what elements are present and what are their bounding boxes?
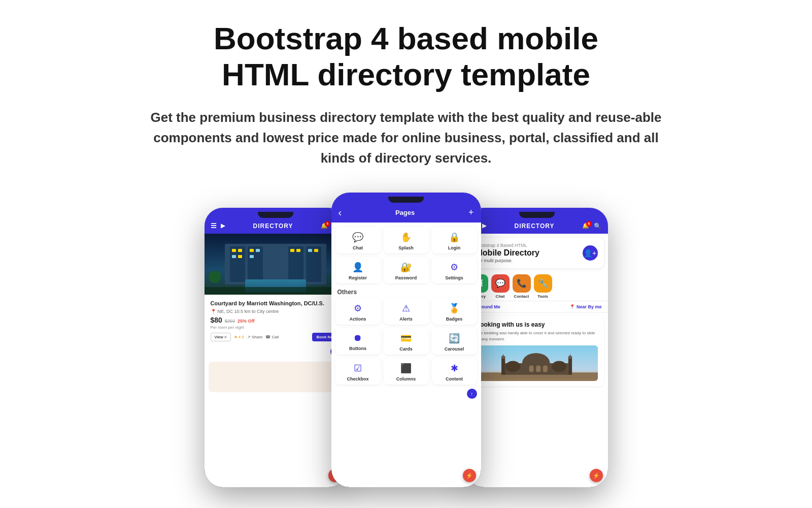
checkbox-page-icon: ☑ bbox=[354, 363, 362, 374]
hotel-location: 📍 NE, DC 10.5 km to City centre bbox=[211, 309, 341, 314]
phone-right-screen: ☰ ▶ DIRECTORY 🔔5 🔍 Bootst bbox=[466, 208, 608, 487]
tools-icon-circle: 🔧 bbox=[534, 274, 552, 293]
add-icon-center[interactable]: + bbox=[468, 207, 474, 218]
page-item-checkbox[interactable]: ☑ Checkbox bbox=[335, 358, 381, 385]
user-add-avatar[interactable]: 👤+ bbox=[583, 245, 598, 261]
star-icon: ★ bbox=[234, 335, 238, 339]
alerts-page-label: Alerts bbox=[399, 316, 413, 322]
hotel-price-old: $250 bbox=[225, 319, 235, 324]
phone-notch-right bbox=[519, 212, 555, 218]
page-item-content[interactable]: ✱ Content bbox=[432, 358, 477, 385]
svg-rect-9 bbox=[238, 255, 242, 258]
svg-rect-28 bbox=[568, 356, 571, 374]
booking-card-title: Booking with us is easy bbox=[476, 321, 598, 328]
cards-page-label: Cards bbox=[399, 346, 413, 352]
password-page-icon: 🔐 bbox=[400, 262, 412, 273]
svg-point-18 bbox=[209, 271, 221, 283]
columns-page-icon: ⬛ bbox=[400, 363, 412, 374]
chat-page-icon: 💬 bbox=[352, 232, 363, 243]
page-item-buttons[interactable]: ⏺ Buttons bbox=[335, 328, 381, 355]
user-add-icon: 👤+ bbox=[584, 249, 596, 257]
hero-title: Bootstrap 4 based mobile HTML directory … bbox=[214, 20, 598, 93]
service-chat[interactable]: 💬 Chat bbox=[491, 274, 510, 299]
service-tools[interactable]: 🔧 Tools bbox=[534, 274, 552, 299]
pages-top-grid: 💬 Chat ✋ Splash 🔒 Login 👤 bbox=[335, 227, 477, 283]
phone-notch-center bbox=[388, 197, 424, 203]
svg-rect-7 bbox=[238, 249, 242, 252]
svg-rect-11 bbox=[256, 249, 260, 252]
svg-rect-27 bbox=[501, 356, 505, 374]
password-page-label: Password bbox=[395, 275, 417, 280]
page-item-settings[interactable]: ⚙ Settings bbox=[432, 257, 477, 283]
center-scroll-area: ↑ bbox=[335, 387, 477, 401]
phone-center: ‹ Pages + 💬 Chat ✋ Splash bbox=[331, 193, 481, 487]
page-item-register[interactable]: 👤 Register bbox=[335, 257, 381, 283]
service-contact[interactable]: 📞 Contact bbox=[513, 274, 531, 299]
page-item-columns[interactable]: ⬛ Columns bbox=[384, 358, 429, 385]
search-icon-right[interactable]: 🔍 bbox=[594, 223, 602, 230]
svg-rect-8 bbox=[232, 255, 236, 258]
svg-rect-6 bbox=[232, 249, 236, 252]
page-item-splash[interactable]: ✋ Splash bbox=[384, 227, 429, 253]
page-item-chat[interactable]: 💬 Chat bbox=[335, 227, 381, 253]
forward-icon-right[interactable]: ▶ bbox=[482, 223, 487, 229]
notification-count-right: 5 bbox=[586, 221, 592, 227]
register-page-label: Register bbox=[349, 275, 367, 280]
dir-card-row: Bootstrap 4 Based HTML Mobile Directory … bbox=[476, 243, 598, 263]
page-item-password[interactable]: 🔐 Password bbox=[384, 257, 429, 283]
carousel-page-label: Carousel bbox=[445, 346, 464, 352]
directory-card: Bootstrap 4 Based HTML Mobile Directory … bbox=[470, 238, 604, 268]
buttons-page-label: Buttons bbox=[349, 346, 366, 351]
call-link[interactable]: ☎ Call bbox=[265, 335, 279, 339]
page-item-alerts[interactable]: ⚠ Alerts bbox=[384, 298, 429, 325]
page-wrapper: Bootstrap 4 based mobile HTML directory … bbox=[0, 0, 812, 507]
left-header-left-icons: ☰ ▶ bbox=[211, 222, 225, 230]
login-page-icon: 🔒 bbox=[449, 232, 460, 243]
bell-badge-right[interactable]: 🔔5 bbox=[582, 223, 590, 229]
checkbox-page-label: Checkbox bbox=[347, 376, 368, 382]
hotel-price-current: $80 bbox=[211, 316, 222, 324]
columns-page-label: Columns bbox=[396, 376, 416, 382]
alerts-page-icon: ⚠ bbox=[402, 303, 410, 314]
page-item-login[interactable]: 🔒 Login bbox=[432, 227, 477, 253]
content-page-label: Content bbox=[446, 376, 463, 382]
chat-icon-circle: 💬 bbox=[491, 274, 510, 293]
register-page-icon: 👤 bbox=[352, 262, 363, 273]
near-by-tab[interactable]: 📍 Near By me bbox=[569, 304, 601, 309]
hotel-second-listing bbox=[209, 362, 343, 392]
mosque-image bbox=[476, 345, 598, 381]
svg-point-25 bbox=[505, 361, 520, 372]
hotel-price-discount: 25% Off bbox=[238, 319, 255, 324]
filter-fab-right[interactable]: ⚡ bbox=[590, 469, 603, 482]
hotel-image bbox=[205, 234, 347, 295]
page-item-badges[interactable]: 🏅 Badges bbox=[432, 298, 477, 325]
view-button[interactable]: View > bbox=[211, 333, 231, 341]
splash-page-icon: ✋ bbox=[400, 232, 412, 243]
svg-rect-10 bbox=[250, 249, 254, 252]
menu-icon[interactable]: ☰ bbox=[211, 222, 217, 230]
svg-rect-12 bbox=[250, 255, 254, 258]
pages-title: Pages bbox=[395, 209, 415, 216]
page-item-cards[interactable]: 💳 Cards bbox=[384, 328, 429, 355]
forward-icon[interactable]: ▶ bbox=[221, 223, 225, 229]
contact-label: Contact bbox=[514, 294, 529, 299]
back-icon-center[interactable]: ‹ bbox=[339, 207, 342, 218]
center-scroll-up-button[interactable]: ↑ bbox=[467, 389, 477, 399]
right-header-right-icons: 🔔5 🔍 bbox=[582, 223, 601, 230]
page-item-actions[interactable]: ⚙ Actions bbox=[335, 298, 381, 325]
page-item-carousel[interactable]: 🔄 Carousel bbox=[432, 328, 477, 355]
phone-left-screen: ☰ ▶ DIRECTORY 🔔5 🔍 bbox=[205, 208, 347, 487]
actions-page-icon: ⚙ bbox=[354, 303, 362, 314]
bell-badge-left[interactable]: 🔔5 bbox=[321, 223, 328, 229]
pages-grid-container[interactable]: 💬 Chat ✋ Splash 🔒 Login 👤 bbox=[331, 223, 481, 487]
hotel-action-links: ↗ Share ☎ Call bbox=[247, 335, 279, 339]
dir-card-subtitle: For multi purpose. bbox=[476, 258, 539, 263]
hotel-actions: View > ★ 4.5 ↗ Share ☎ Call Book Now bbox=[211, 333, 341, 341]
badges-page-icon: 🏅 bbox=[449, 303, 460, 314]
svg-rect-33 bbox=[543, 365, 547, 372]
filter-fab-center[interactable]: ⚡ bbox=[463, 469, 476, 482]
actions-page-label: Actions bbox=[349, 316, 366, 322]
chat-label: Chat bbox=[496, 294, 505, 299]
others-section-label: Others bbox=[335, 285, 477, 298]
share-link[interactable]: ↗ Share bbox=[247, 335, 263, 339]
